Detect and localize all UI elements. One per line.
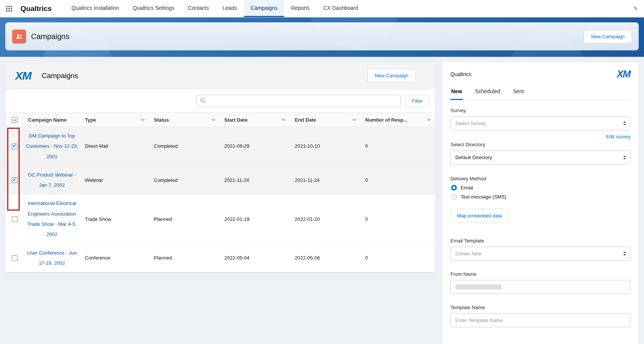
campaigns-object-icon <box>12 30 26 44</box>
row-checkbox[interactable] <box>12 216 17 222</box>
stepper-icon <box>623 155 626 159</box>
cell-end-date: 2021-11-24 <box>290 166 361 194</box>
cell-type: Trade Show <box>80 194 149 244</box>
cell-status: Planned <box>149 244 220 272</box>
column-header-end-date[interactable]: End Date <box>290 113 361 127</box>
template-name-input[interactable] <box>450 313 630 327</box>
xm-logo: XM <box>15 69 31 82</box>
delivery-method-label: Delivery Method <box>450 176 630 181</box>
filter-button[interactable]: Filter <box>405 95 429 107</box>
cell-type: Direct Mail <box>80 127 149 166</box>
campaigns-panel-header: XM Campaigns New Campaign <box>5 62 435 89</box>
table-row: GC Product Webinar - Jan 7, 2002 Webinar… <box>5 166 435 194</box>
table-header-row: Campaign Name Type Status Start Date End… <box>5 113 435 127</box>
new-campaign-button-panel[interactable]: New Campaign <box>367 69 416 82</box>
xm-logo: XM <box>617 68 630 80</box>
column-header-start-date[interactable]: Start Date <box>220 113 290 127</box>
redacted-value <box>455 285 502 289</box>
tab-sent[interactable]: Sent <box>512 84 525 100</box>
tab-scheduled[interactable]: Scheduled <box>474 84 501 100</box>
campaign-name-link[interactable]: International Electrical Engineers Assoc… <box>27 200 77 237</box>
campaigns-list-panel: XM Campaigns New Campaign Filter <box>5 62 435 272</box>
template-name-label: Template Name <box>450 305 630 310</box>
survey-select[interactable]: Select Survey <box>450 116 630 130</box>
campaign-name-link[interactable]: GC Product Webinar - Jan 7, 2002 <box>28 172 76 188</box>
search-box <box>196 95 401 107</box>
stepper-icon <box>623 121 626 125</box>
campaigns-panel-title: Campaigns <box>42 72 78 80</box>
cell-responses: 0 <box>361 244 435 272</box>
campaign-name-link[interactable]: User Conference - Jun 17-19, 2002 <box>27 250 77 266</box>
cell-end-date: 2021-10-10 <box>290 127 361 166</box>
cell-responses: 0 <box>361 127 435 166</box>
brand-logo: Qualtrics <box>20 5 52 13</box>
delivery-option-sms[interactable]: Text message (SMS) <box>451 194 630 200</box>
page-header-band: Campaigns New Campaign <box>0 17 644 57</box>
campaigns-table: Campaign Name Type Status Start Date End… <box>5 113 435 272</box>
app-launcher-icon[interactable] <box>6 6 12 12</box>
delivery-option-email[interactable]: Email <box>451 185 630 191</box>
cell-start-date: 2021-11-24 <box>220 166 290 194</box>
cell-start-date: 2022-05-04 <box>220 244 290 272</box>
page-header-card: Campaigns New Campaign <box>5 22 639 50</box>
new-campaign-button-header[interactable]: New Campaign <box>584 30 632 43</box>
cell-type: Conference <box>80 244 149 272</box>
chevron-down-icon <box>211 119 215 121</box>
campaigns-table-wrap: Campaign Name Type Status Start Date End… <box>5 113 435 272</box>
nav-tab-campaigns[interactable]: Campaigns <box>244 0 284 17</box>
cell-status: Planned <box>149 194 220 244</box>
search-input[interactable] <box>196 95 401 107</box>
email-template-select[interactable]: Create New <box>450 247 630 261</box>
search-icon <box>200 98 205 103</box>
cell-responses: 0 <box>361 166 435 194</box>
column-header-campaign-name[interactable]: Campaign Name <box>23 113 80 127</box>
qualtrics-panel-title: Qualtrics <box>450 71 471 77</box>
nav-tab-contacts[interactable]: Contacts <box>181 0 216 17</box>
from-name-input[interactable] <box>450 280 630 294</box>
nav-tab-reports[interactable]: Reports <box>284 0 316 17</box>
row-checkbox[interactable] <box>12 177 17 183</box>
column-header-number-of-responses[interactable]: Number of Resp... <box>361 113 435 127</box>
table-row: DM Campaign to Top Customers - Nov 12-23… <box>5 127 435 166</box>
cell-status: Completed <box>149 127 220 166</box>
cell-status: Completed <box>149 166 220 194</box>
chevron-down-icon <box>352 119 356 121</box>
stepper-icon <box>623 252 626 256</box>
row-checkbox[interactable] <box>12 255 17 261</box>
column-header-status[interactable]: Status <box>149 113 220 127</box>
header-select-all[interactable] <box>5 113 23 127</box>
cell-responses: 0 <box>361 194 435 244</box>
tab-new[interactable]: New <box>450 84 463 100</box>
global-nav: Qualtrics Qualtrics Installation Qualtri… <box>0 0 644 17</box>
nav-tab-leads[interactable]: Leads <box>216 0 244 17</box>
row-checkbox[interactable] <box>12 144 17 149</box>
email-template-label: Email Template <box>450 238 630 244</box>
select-all-checkbox-indeterminate[interactable] <box>12 117 17 123</box>
cell-end-date: 2022-01-20 <box>290 194 361 244</box>
cell-start-date: 2021-09-29 <box>220 127 290 166</box>
chevron-down-icon <box>282 119 286 121</box>
radio-selected-icon <box>451 185 457 191</box>
from-name-label: From Name <box>450 271 630 277</box>
main-content: XM Campaigns New Campaign Filter <box>0 57 644 344</box>
edit-survey-link[interactable]: Edit survey <box>450 134 630 139</box>
cell-start-date: 2022-01-19 <box>220 194 290 244</box>
column-header-type[interactable]: Type <box>80 113 149 127</box>
cell-type: Webinar <box>80 166 149 194</box>
nav-tab-cx-dashboard[interactable]: CX Dashboard <box>316 0 365 17</box>
campaign-name-link[interactable]: DM Campaign to Top Customers - Nov 12-23… <box>26 133 78 159</box>
page-title: Campaigns <box>31 32 69 41</box>
cell-end-date: 2022-05-06 <box>290 244 361 272</box>
chevron-down-icon <box>427 119 431 121</box>
directory-select[interactable]: Default Directory <box>450 150 630 164</box>
radio-unselected-icon <box>451 194 457 200</box>
map-embedded-data-button[interactable]: Map embedded data <box>450 209 508 223</box>
nav-tab-qualtrics-settings[interactable]: Qualtrics Settings <box>126 0 181 17</box>
qualtrics-panel: Qualtrics XM New Scheduled Sent Survey S… <box>442 62 639 344</box>
nav-tab-qualtrics-installation[interactable]: Qualtrics Installation <box>64 0 126 17</box>
edit-pencil-icon[interactable]: ✎ <box>633 5 638 12</box>
qualtrics-tabs: New Scheduled Sent <box>450 84 630 100</box>
nav-tabs: Qualtrics Installation Qualtrics Setting… <box>64 0 365 17</box>
table-row: International Electrical Engineers Assoc… <box>5 194 435 244</box>
directory-label: Select Directory <box>450 142 630 147</box>
